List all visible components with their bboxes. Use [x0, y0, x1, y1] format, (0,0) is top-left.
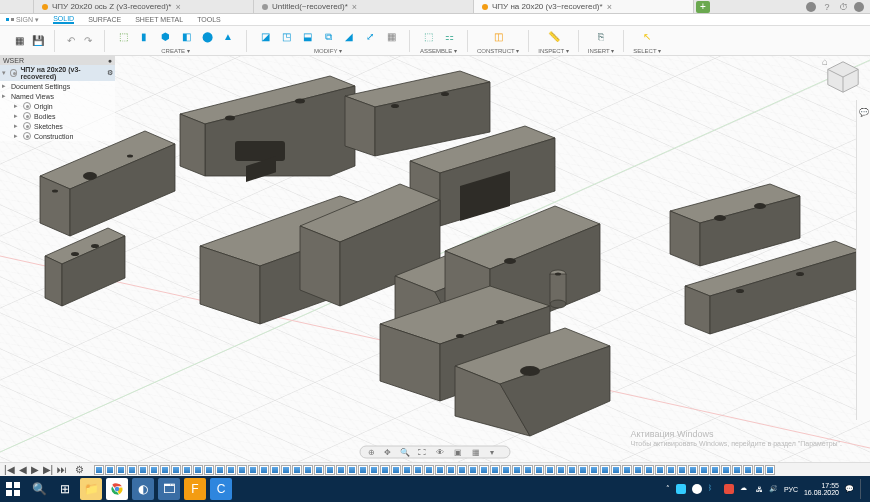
save-icon[interactable]: 💾	[31, 34, 45, 48]
timeline-feature[interactable]	[347, 465, 357, 475]
sketch-icon[interactable]: ⬚	[114, 28, 132, 46]
tray-icon[interactable]	[692, 484, 702, 494]
timeline-feature[interactable]	[765, 465, 775, 475]
browser-root[interactable]: ▾ ЧПУ на 20x20 (v3-recovered)⚙	[0, 65, 115, 81]
timeline-feature[interactable]	[501, 465, 511, 475]
scale-icon[interactable]: ⤢	[361, 28, 379, 46]
cylinder-icon[interactable]: ⬤	[198, 28, 216, 46]
browser-pin-icon[interactable]: ●	[108, 57, 112, 64]
timeline-feature[interactable]	[512, 465, 522, 475]
timeline-play-icon[interactable]: ▶	[31, 464, 39, 475]
start-button[interactable]	[6, 482, 20, 496]
create-label[interactable]: CREATE ▾	[161, 47, 190, 54]
grid-snap-icon[interactable]: ▦	[472, 448, 480, 457]
timeline-feature[interactable]	[721, 465, 731, 475]
timeline-feature[interactable]	[160, 465, 170, 475]
timeline-feature[interactable]	[589, 465, 599, 475]
browser-item-sketches[interactable]: ▸Sketches	[0, 121, 115, 131]
timeline-back-icon[interactable]: ◀	[19, 464, 27, 475]
timeline-feature[interactable]	[611, 465, 621, 475]
ribbon-tab-solid[interactable]: SOLID	[53, 15, 74, 24]
redo-icon[interactable]: ↷	[81, 34, 95, 48]
taskbar-app-icon[interactable]: 🗔	[158, 478, 180, 500]
visibility-icon[interactable]	[23, 102, 31, 110]
look-icon[interactable]: 👁	[436, 448, 444, 457]
new-doc-button[interactable]: +	[696, 1, 710, 13]
tray-volume-icon[interactable]: 🔊	[769, 485, 778, 493]
select-label[interactable]: SELECT ▾	[633, 47, 661, 54]
timeline-feature[interactable]	[688, 465, 698, 475]
close-icon[interactable]: ×	[352, 2, 357, 12]
pan-icon[interactable]: ✥	[384, 448, 391, 457]
box-icon[interactable]: ▮	[135, 28, 153, 46]
model-canvas[interactable]: ⊕ ✥ 🔍 ⛶ 👁 ▣ ▦ ▾	[0, 56, 870, 462]
ribbon-tab-sheetmetal[interactable]: SHEET METAL	[135, 16, 183, 23]
tray-cloud-icon[interactable]: ☁	[740, 484, 750, 494]
chamfer-icon[interactable]: ◢	[340, 28, 358, 46]
timeline-feature[interactable]	[578, 465, 588, 475]
timeline-settings-icon[interactable]: ⚙	[75, 464, 84, 475]
construct-label[interactable]: CONSTRUCT ▾	[477, 47, 519, 54]
timeline-feature[interactable]	[138, 465, 148, 475]
insert-label[interactable]: INSERT ▾	[588, 47, 614, 54]
browser-item-named-views[interactable]: ▸Named Views	[0, 91, 115, 101]
timeline-feature[interactable]	[226, 465, 236, 475]
timeline-feature[interactable]	[622, 465, 632, 475]
grid-icon[interactable]: ▦	[10, 32, 28, 50]
assemble-label[interactable]: ASSEMBLE ▾	[420, 47, 457, 54]
extrude-icon[interactable]: ⬢	[156, 28, 174, 46]
doc-tab-1[interactable]: Untitled(~recovered)* ×	[254, 0, 474, 13]
search-icon[interactable]: 🔍	[28, 478, 50, 500]
timeline-feature[interactable]	[644, 465, 654, 475]
view-cube[interactable]	[824, 58, 862, 96]
timeline-feature[interactable]	[567, 465, 577, 475]
visibility-icon[interactable]	[10, 69, 17, 77]
timeline-feature[interactable]	[149, 465, 159, 475]
timeline-feature[interactable]	[314, 465, 324, 475]
timeline-feature[interactable]	[633, 465, 643, 475]
fillet-icon[interactable]: ◳	[277, 28, 295, 46]
timeline-feature[interactable]	[325, 465, 335, 475]
taskbar-app-icon[interactable]: ◐	[132, 478, 154, 500]
show-desktop[interactable]	[860, 479, 864, 499]
timeline-feature[interactable]	[424, 465, 434, 475]
timeline-feature[interactable]	[446, 465, 456, 475]
fit-icon[interactable]: ⛶	[418, 448, 426, 457]
tray-icon[interactable]	[724, 484, 734, 494]
tray-clock[interactable]: 17:5516.08.2020	[804, 482, 839, 496]
timeline-feature[interactable]	[237, 465, 247, 475]
options-icon[interactable]: ⚙	[107, 69, 113, 77]
undo-icon[interactable]: ↶	[64, 34, 78, 48]
browser-item-bodies[interactable]: ▸Bodies	[0, 111, 115, 121]
inspect-label[interactable]: INSPECT ▾	[538, 47, 569, 54]
chrome-icon[interactable]	[106, 478, 128, 500]
timeline-feature[interactable]	[358, 465, 368, 475]
doc-tab-2[interactable]: ЧПУ на 20x20 (v3~recovered)* ×	[474, 0, 694, 13]
timeline-feature[interactable]	[116, 465, 126, 475]
tray-chevron-icon[interactable]: ˄	[666, 485, 670, 493]
align-icon[interactable]: ▦	[382, 28, 400, 46]
timeline-feature[interactable]	[534, 465, 544, 475]
timeline-feature[interactable]	[281, 465, 291, 475]
timeline-feature[interactable]	[435, 465, 445, 475]
fusion-icon[interactable]: F	[184, 478, 206, 500]
orbit-icon[interactable]: ⊕	[368, 448, 375, 457]
timeline-feature[interactable]	[292, 465, 302, 475]
timeline-end-icon[interactable]: ⏭	[57, 464, 67, 475]
timeline-feature[interactable]	[204, 465, 214, 475]
explorer-icon[interactable]: 📁	[80, 478, 102, 500]
timeline-feature[interactable]	[600, 465, 610, 475]
timeline-feature[interactable]	[677, 465, 687, 475]
tray-bluetooth-icon[interactable]: ᛒ	[708, 484, 718, 494]
timeline-feature[interactable]	[523, 465, 533, 475]
timeline-feature[interactable]	[193, 465, 203, 475]
timeline-forward-icon[interactable]: ▶|	[43, 464, 54, 475]
timeline-feature[interactable]	[259, 465, 269, 475]
zoom-icon[interactable]: 🔍	[400, 447, 410, 457]
measure-icon[interactable]: 📏	[545, 28, 563, 46]
job-status-icon[interactable]: ?	[822, 2, 832, 12]
visibility-icon[interactable]	[23, 112, 31, 120]
timeline-feature[interactable]	[743, 465, 753, 475]
insert-icon[interactable]: ⎘	[592, 28, 610, 46]
profile-icon[interactable]	[854, 2, 864, 12]
